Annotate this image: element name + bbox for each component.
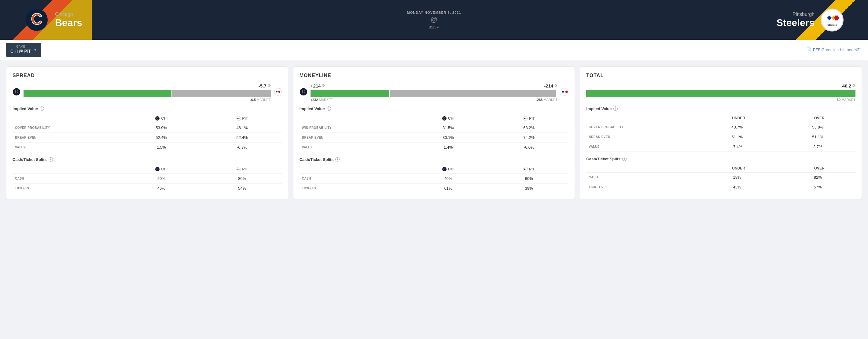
chevron-down-icon: ▼ [33,48,37,52]
row-col2: 2.7% [780,142,856,151]
moneyline-col-pit: PIT [489,114,568,123]
document-icon: 📄 [806,48,811,52]
moneyline-pit-line: -214 [544,83,553,88]
row-col1: 20% [120,173,202,183]
spread-cash-info-icon[interactable]: i [49,157,53,162]
game-selector-button[interactable]: GAME CHI @ PIT ▼ [6,43,41,57]
row-col1: 43% [694,182,780,192]
table-row: COVER PROBABILITY 53.9% 46.1% [12,123,282,133]
row-col1: 1.5% [120,142,202,152]
moneyline-bar-section: C +214 ⟳ -214 ⟳ [300,83,569,102]
spread-bar-green [24,90,172,97]
spread-implied-table: C CHI PIT COVER PROBABILITY 53.9% [12,114,282,152]
moneyline-chi-refresh: ⟳ [322,84,325,88]
table-row: VALUE -7.4% 2.7% [586,142,856,151]
row-label: CASH [12,173,120,183]
game-selector-label: GAME [10,45,31,48]
moneyline-away-icon: C [300,88,307,97]
spread-col-pit: PIT [202,114,281,123]
table-row: CASH 18% 82% [586,172,856,182]
row-col2: 57% [780,182,856,192]
table-row: CASH 20% 80% [12,173,282,183]
row-col2: 39% [489,183,568,193]
total-cash-col-over: ↑ OVER [780,164,856,173]
total-greenline-label: 40.2 ⟳ [586,83,856,88]
moneyline-implied-info-icon[interactable]: i [327,107,331,111]
total-implied-value-title: Implied Value i [586,107,856,111]
moneyline-cash-col-chi: C CHI [407,165,489,174]
moneyline-home-icon [561,88,568,97]
away-team-name: Bears [55,17,82,28]
row-col1: 1.4% [407,142,489,152]
row-col1: 51.1% [694,132,780,142]
row-label: COVER PROBABILITY [586,122,694,132]
row-col2: -6.3% [202,142,281,152]
row-col2: 60% [489,173,568,183]
row-col2: 53.8% [780,122,856,132]
moneyline-implied-table: C CHI PIT WIN PROBABILITY 31.5% [300,114,569,152]
table-row: BREAK EVEN 51.1% 51.1% [586,132,856,142]
moneyline-pit-bar [390,90,556,97]
svg-point-3 [822,9,843,31]
moneyline-col-chi: C CHI [407,114,489,123]
spread-bar-section: C -5.7 ⟳ -6.5 MARKET [12,83,282,102]
spread-cash-ticket-title: Cash/Ticket Splits i [12,157,282,162]
row-col2: 52.4% [202,133,281,142]
row-col1: 43.7% [694,122,780,132]
spread-refresh-icon: ⟳ [268,84,271,88]
table-row: BREAK EVEN 52.4% 52.4% [12,133,282,142]
row-label: BREAK EVEN [12,133,120,142]
steelers-logo: Steelers [820,8,843,31]
total-cash-arrow-down-icon: ↓ [729,166,731,170]
moneyline-chi-market: +232 [311,98,318,102]
home-team-section: Pittsburgh Steelers Steelers [776,8,868,31]
moneyline-chi-bar [311,90,390,97]
row-label: CASH [586,172,694,182]
row-col2: 82% [780,172,856,182]
away-team-city: Chicago [55,11,82,17]
main-content: SPREAD C -5.7 ⟳ -6.5 MARK [0,60,868,206]
row-col1: 52.4% [120,133,202,142]
away-team-section: C C Chicago Bears [0,8,82,32]
spread-implied-info-icon[interactable]: i [40,107,44,111]
table-row: COVER PROBABILITY 43.7% 53.8% [586,122,856,132]
svg-text:C: C [156,168,159,171]
row-label: CASH [300,173,407,183]
moneyline-implied-value-title: Implied Value i [300,107,569,111]
total-cash-col-under: ↓ UNDER [694,164,780,173]
table-row: VALUE 1.5% -6.3% [12,142,282,152]
game-info-center: MONDAY NOVEMBER 8, 2021 @ 8:15P [407,11,461,29]
svg-text:Steelers: Steelers [827,24,837,26]
moneyline-pit-refresh: ⟳ [554,84,557,88]
row-label: BREAK EVEN [586,132,694,142]
moneyline-cash-info-icon[interactable]: i [335,157,340,162]
total-implied-info-icon[interactable]: i [613,107,618,111]
row-col2: 80% [202,173,281,183]
svg-text:C: C [156,117,159,120]
header: C C Chicago Bears MONDAY NOVEMBER 8, 202… [0,0,868,40]
spread-implied-value-title: Implied Value i [12,107,282,111]
row-col2: 68.2% [489,123,568,133]
table-row: TICKETS 61% 39% [300,183,569,193]
row-col1: 18% [694,172,780,182]
row-col2: 74.2% [489,133,568,142]
total-bar-section: 40.2 ⟳ 39 MARKET [586,83,856,102]
moneyline-title: MONEYLINE [300,73,569,78]
table-row: VALUE 1.4% -6.0% [300,142,569,152]
total-cash-info-icon[interactable]: i [622,157,626,161]
pff-greenline-link[interactable]: 📄 PFF Greenline History: NFL [806,48,862,52]
total-bar-green [586,90,856,97]
row-col1: 31.5% [407,123,489,133]
moneyline-bar-row [311,90,558,97]
moneyline-bar-wrapper: +214 ⟳ -214 ⟳ +232 MARKET [311,83,558,102]
table-row: CASH 40% 60% [300,173,569,183]
at-symbol: @ [407,16,461,24]
home-team-name-block: Pittsburgh Steelers [776,11,814,28]
total-market-label: 39 MARKET [586,98,856,102]
spread-home-icon [274,88,282,97]
row-label: VALUE [12,142,120,152]
svg-text:C: C [443,168,445,171]
arrow-down-icon: ↓ [729,116,731,120]
svg-text:C: C [302,89,305,94]
home-team-city: Pittsburgh [776,11,814,17]
